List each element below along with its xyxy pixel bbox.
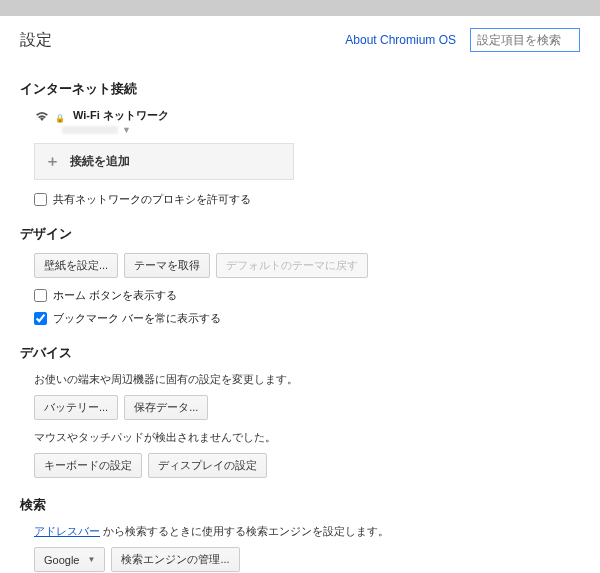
keyboard-settings-button[interactable]: キーボードの設定 [34, 453, 142, 478]
plus-icon: ＋ [45, 152, 60, 171]
add-connection-button[interactable]: ＋ 接続を追加 [34, 143, 294, 180]
mouse-not-detected: マウスやタッチパッドが検出されませんでした。 [34, 430, 580, 445]
show-bookmarks-row[interactable]: ブックマーク バーを常に表示する [34, 311, 580, 326]
add-connection-label: 接続を追加 [70, 153, 130, 170]
show-home-checkbox[interactable] [34, 289, 47, 302]
proxy-checkbox-label: 共有ネットワークのプロキシを許可する [53, 192, 251, 207]
search-engine-select[interactable]: Google ▼ [34, 547, 105, 572]
wifi-label: Wi-Fi ネットワーク [73, 108, 169, 123]
battery-button[interactable]: バッテリー... [34, 395, 118, 420]
wifi-network-row[interactable]: 🔒 Wi-Fi ネットワーク [34, 108, 580, 123]
stored-data-button[interactable]: 保存データ... [124, 395, 208, 420]
section-title-device: デバイス [20, 344, 580, 362]
chevron-down-icon: ▼ [122, 125, 131, 135]
wifi-network-name[interactable]: ▼ [62, 125, 580, 135]
device-desc: お使いの端末や周辺機器に固有の設定を変更します。 [34, 372, 580, 387]
section-device: デバイス お使いの端末や周辺機器に固有の設定を変更します。 バッテリー... 保… [20, 344, 580, 478]
display-settings-button[interactable]: ディスプレイの設定 [148, 453, 267, 478]
show-bookmarks-label: ブックマーク バーを常に表示する [53, 311, 221, 326]
proxy-checkbox-row[interactable]: 共有ネットワークのプロキシを許可する [34, 192, 580, 207]
section-search: 検索 アドレスバー から検索するときに使用する検索エンジンを設定します。 Goo… [20, 496, 580, 572]
manage-search-engines-button[interactable]: 検索エンジンの管理... [111, 547, 239, 572]
section-internet: インターネット接続 🔒 Wi-Fi ネットワーク ▼ ＋ 接続を追加 共有ネット… [20, 80, 580, 207]
wifi-icon [34, 110, 50, 122]
search-desc: アドレスバー から検索するときに使用する検索エンジンを設定します。 [34, 524, 580, 539]
search-input[interactable] [470, 28, 580, 52]
proxy-checkbox[interactable] [34, 193, 47, 206]
header: 設定 About Chromium OS [0, 16, 600, 62]
search-engine-value: Google [44, 554, 79, 566]
chevron-down-icon: ▼ [87, 555, 95, 564]
set-wallpaper-button[interactable]: 壁紙を設定... [34, 253, 118, 278]
section-title-design: デザイン [20, 225, 580, 243]
section-title-internet: インターネット接続 [20, 80, 580, 98]
show-home-label: ホーム ボタンを表示する [53, 288, 177, 303]
show-home-row[interactable]: ホーム ボタンを表示する [34, 288, 580, 303]
section-title-search: 検索 [20, 496, 580, 514]
page-title: 設定 [20, 30, 52, 51]
redacted-ssid [62, 126, 118, 134]
lock-icon: 🔒 [55, 114, 65, 123]
get-themes-button[interactable]: テーマを取得 [124, 253, 210, 278]
header-right: About Chromium OS [345, 28, 580, 52]
section-design: デザイン 壁紙を設定... テーマを取得 デフォルトのテーマに戻す ホーム ボタ… [20, 225, 580, 326]
content: インターネット接続 🔒 Wi-Fi ネットワーク ▼ ＋ 接続を追加 共有ネット… [0, 80, 600, 573]
address-bar-link[interactable]: アドレスバー [34, 525, 100, 537]
window-top-bar [0, 0, 600, 16]
reset-theme-button[interactable]: デフォルトのテーマに戻す [216, 253, 368, 278]
show-bookmarks-checkbox[interactable] [34, 312, 47, 325]
about-chromium-link[interactable]: About Chromium OS [345, 33, 456, 47]
search-desc-post: から検索するときに使用する検索エンジンを設定します。 [100, 525, 389, 537]
